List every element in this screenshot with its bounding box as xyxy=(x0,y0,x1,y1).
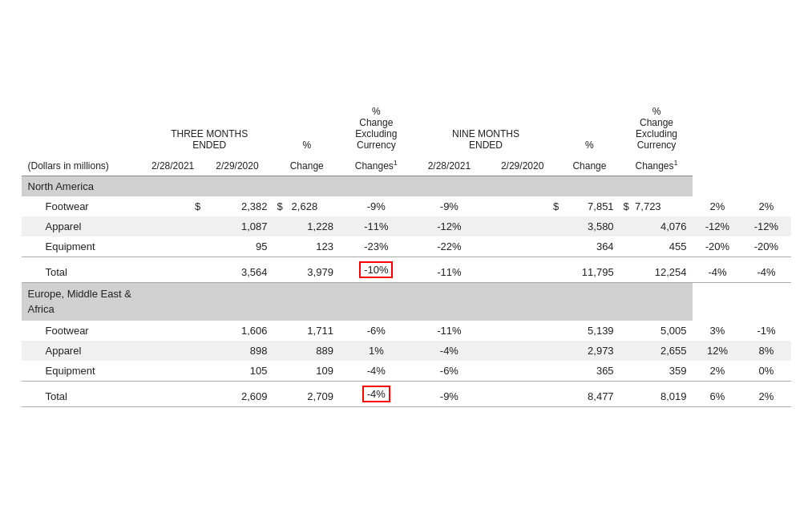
na-apparel-row: Apparel 1,087 1,228 -11% -12% 3,580 4,07… xyxy=(22,216,791,236)
na-fw-pct: -9% xyxy=(340,196,413,216)
na-ap-val2: 1,228 xyxy=(274,216,340,236)
date2-header: 2/29/2020 xyxy=(200,155,273,176)
emea-apparel-row: Apparel 898 889 1% -4% 2,973 2,655 12% 8… xyxy=(22,341,791,361)
emea-tot-val1: 2,609 xyxy=(145,381,274,406)
na-apparel-label: Apparel xyxy=(22,216,145,236)
emea-ap-label: Apparel xyxy=(22,341,145,361)
emea-fw-val4: 5,005 xyxy=(620,321,693,341)
emea-fw-pct-excl: -11% xyxy=(413,321,486,341)
na-fw-pct2: 2% xyxy=(693,196,741,216)
na-ap-pct-excl: -12% xyxy=(413,216,486,236)
emea-tot-pct2: 6% xyxy=(693,381,741,406)
na-fw-dollar3: $ xyxy=(486,196,559,216)
na-tot-val2: 3,979 xyxy=(274,257,340,283)
emea-eq-pct-excl2: 0% xyxy=(741,361,790,382)
emea-ap-pct2: 12% xyxy=(693,341,741,361)
na-fw-pct-excl2: 2% xyxy=(741,196,790,216)
emea-total-label: Total xyxy=(22,381,145,406)
emea-equipment-row: Equipment 105 109 -4% -6% 365 359 2% 0% xyxy=(22,361,791,382)
na-tot-val1: 3,564 xyxy=(145,257,274,283)
emea-total-pct-highlight: -4% xyxy=(362,386,390,402)
na-eq-pct: -23% xyxy=(340,236,413,257)
emea-ap-pct: 1% xyxy=(340,341,413,361)
na-eq-pct2: -20% xyxy=(693,236,741,257)
nine-change-header: Change xyxy=(559,155,620,176)
north-america-section: North America xyxy=(22,176,791,197)
date4-header: 2/29/2020 xyxy=(486,155,559,176)
pct-excl-header: %ChangeExcludingCurrency xyxy=(340,102,413,155)
na-ap-pct-excl2: -12% xyxy=(741,216,790,236)
na-total-label: Total xyxy=(22,257,145,283)
unit-label: (Dollars in millions) xyxy=(22,155,145,176)
empty-header xyxy=(22,102,145,155)
emea-eq-val3: 365 xyxy=(486,361,620,382)
emea-fw-val3: 5,139 xyxy=(486,321,620,341)
emea-section-label: Europe, Middle East &Africa xyxy=(22,283,693,321)
emea-tot-pct-excl2: 2% xyxy=(741,381,790,406)
na-total-pct-highlight: -10% xyxy=(359,261,393,278)
na-tot-val4: 12,254 xyxy=(620,257,693,283)
emea-eq-val2: 109 xyxy=(274,361,340,382)
emea-tot-val4: 8,019 xyxy=(620,381,693,406)
na-footwear-row: Footwear $ 2,382 $ 2,628 -9% -9% $ 7,851… xyxy=(22,196,791,216)
na-fw-val1: 2,382 xyxy=(200,196,273,216)
emea-fw-pct-excl2: -1% xyxy=(741,321,790,341)
na-eq-val1: 95 xyxy=(145,236,274,257)
emea-fw-val2: 1,711 xyxy=(274,321,340,341)
na-tot-pct-excl2: -4% xyxy=(741,257,790,283)
emea-eq-val1: 105 xyxy=(145,361,274,382)
na-fw-val3: 7,851 xyxy=(559,196,620,216)
three-months-header: THREE MONTHSENDED xyxy=(145,102,274,155)
na-equipment-row: Equipment 95 123 -23% -22% 364 455 -20% … xyxy=(22,236,791,257)
emea-eq-pct2: 2% xyxy=(693,361,741,382)
na-ap-pct2: -12% xyxy=(693,216,741,236)
na-total-row: Total 3,564 3,979 -10% -11% 11,795 12,25… xyxy=(22,257,791,283)
na-eq-pct-excl: -22% xyxy=(413,236,486,257)
header-row-1: THREE MONTHSENDED % %ChangeExcludingCurr… xyxy=(22,102,791,155)
changes-header: Changes1 xyxy=(340,155,413,176)
na-eq-val4: 455 xyxy=(620,236,693,257)
emea-footwear-row: Footwear 1,606 1,711 -6% -11% 5,139 5,00… xyxy=(22,321,791,341)
emea-fw-pct2: 3% xyxy=(693,321,741,341)
emea-fw-val1: 1,606 xyxy=(145,321,274,341)
na-eq-val3: 364 xyxy=(486,236,620,257)
emea-fw-label: Footwear xyxy=(22,321,145,341)
nine-pct-change-header: % xyxy=(559,102,620,155)
section-label: North America xyxy=(22,176,693,197)
na-footwear-label: Footwear xyxy=(22,196,145,216)
emea-ap-val2: 889 xyxy=(274,341,340,361)
na-tot-pct: -10% xyxy=(340,257,413,283)
na-ap-val3: 3,580 xyxy=(486,216,620,236)
nine-pct-excl-header: %ChangeExcludingCurrency xyxy=(620,102,693,155)
emea-ap-val3: 2,973 xyxy=(486,341,620,361)
emea-eq-label: Equipment xyxy=(22,361,145,382)
na-eq-val2: 123 xyxy=(274,236,340,257)
nine-months-header: NINE MONTHSENDED xyxy=(413,102,560,155)
emea-tot-pct: -4% xyxy=(340,381,413,406)
na-fw-dollar4: $ 7,723 xyxy=(620,196,693,216)
change-header: Change xyxy=(274,155,340,176)
emea-eq-pct: -4% xyxy=(340,361,413,382)
na-fw-pct-excl: -9% xyxy=(413,196,486,216)
emea-ap-val1: 898 xyxy=(145,341,274,361)
na-fw-dollar1: $ xyxy=(145,196,200,216)
na-equip-label: Equipment xyxy=(22,236,145,257)
date3-header: 2/28/2021 xyxy=(413,155,486,176)
emea-eq-val4: 359 xyxy=(620,361,693,382)
emea-tot-val2: 2,709 xyxy=(274,381,340,406)
emea-ap-val4: 2,655 xyxy=(620,341,693,361)
na-tot-val3: 11,795 xyxy=(486,257,620,283)
emea-tot-val3: 8,477 xyxy=(486,381,620,406)
emea-total-row: Total 2,609 2,709 -4% -9% 8,477 8,019 6%… xyxy=(22,381,791,406)
emea-tot-pct-excl: -9% xyxy=(413,381,486,406)
nine-changes-header: Changes1 xyxy=(620,155,693,176)
header-row-2: (Dollars in millions) 2/28/2021 2/29/202… xyxy=(22,155,791,176)
na-ap-val4: 4,076 xyxy=(620,216,693,236)
pct-change-header: % xyxy=(274,102,340,155)
emea-section: Europe, Middle East &Africa xyxy=(22,283,791,321)
financial-table: THREE MONTHSENDED % %ChangeExcludingCurr… xyxy=(22,102,791,406)
na-tot-pct2: -4% xyxy=(693,257,741,283)
emea-eq-pct-excl: -6% xyxy=(413,361,486,382)
emea-ap-pct-excl: -4% xyxy=(413,341,486,361)
date1-header: 2/28/2021 xyxy=(145,155,200,176)
